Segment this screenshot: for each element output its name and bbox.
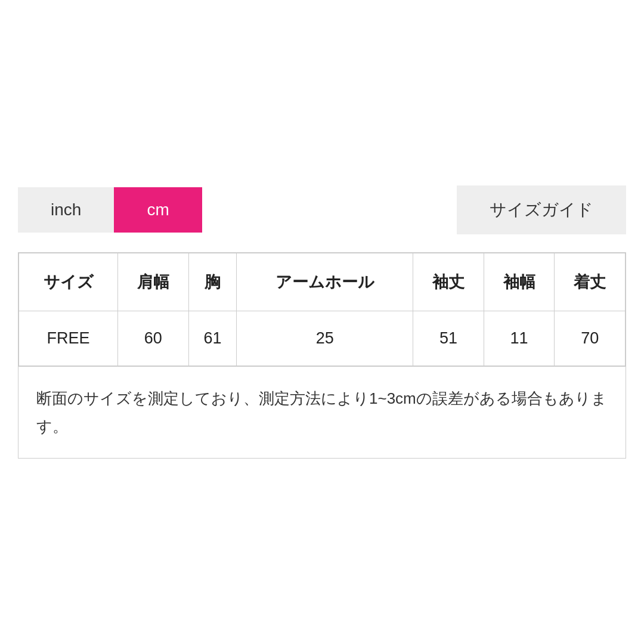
unit-buttons: inch cm bbox=[18, 187, 202, 233]
note-section: 断面のサイズを測定しており、測定方法により1~3cmの誤差がある場合もあります。 bbox=[18, 367, 626, 459]
cell-size: FREE bbox=[19, 311, 118, 366]
cell-chest: 61 bbox=[188, 311, 237, 366]
size-table: サイズ 肩幅 胸 アームホール 袖丈 袖幅 着丈 FREE60612551117… bbox=[18, 253, 626, 366]
cell-sleeve_length: 51 bbox=[413, 311, 484, 366]
table-row: FREE606125511170 bbox=[19, 311, 626, 366]
header-chest: 胸 bbox=[188, 253, 237, 311]
cell-armhole: 25 bbox=[237, 311, 413, 366]
unit-toggle-row: inch cm サイズガイド bbox=[18, 185, 626, 234]
size-guide-button[interactable]: サイズガイド bbox=[457, 185, 626, 234]
cm-button[interactable]: cm bbox=[114, 187, 202, 233]
header-armhole: アームホール bbox=[237, 253, 413, 311]
header-length: 着丈 bbox=[555, 253, 626, 311]
header-shoulder: 肩幅 bbox=[118, 253, 189, 311]
header-size: サイズ bbox=[19, 253, 118, 311]
note-text: 断面のサイズを測定しており、測定方法により1~3cmの誤差がある場合もあります。 bbox=[36, 385, 608, 441]
header-sleeve-width: 袖幅 bbox=[484, 253, 555, 311]
main-container: inch cm サイズガイド サイズ 肩幅 胸 アームホール 袖丈 袖幅 着丈 … bbox=[18, 174, 626, 471]
cell-length: 70 bbox=[555, 311, 626, 366]
table-header-row: サイズ 肩幅 胸 アームホール 袖丈 袖幅 着丈 bbox=[19, 253, 626, 311]
cell-shoulder: 60 bbox=[118, 311, 189, 366]
header-sleeve-length: 袖丈 bbox=[413, 253, 484, 311]
inch-button[interactable]: inch bbox=[18, 187, 114, 233]
size-table-container: サイズ 肩幅 胸 アームホール 袖丈 袖幅 着丈 FREE60612551117… bbox=[18, 252, 626, 367]
cell-sleeve_width: 11 bbox=[484, 311, 555, 366]
